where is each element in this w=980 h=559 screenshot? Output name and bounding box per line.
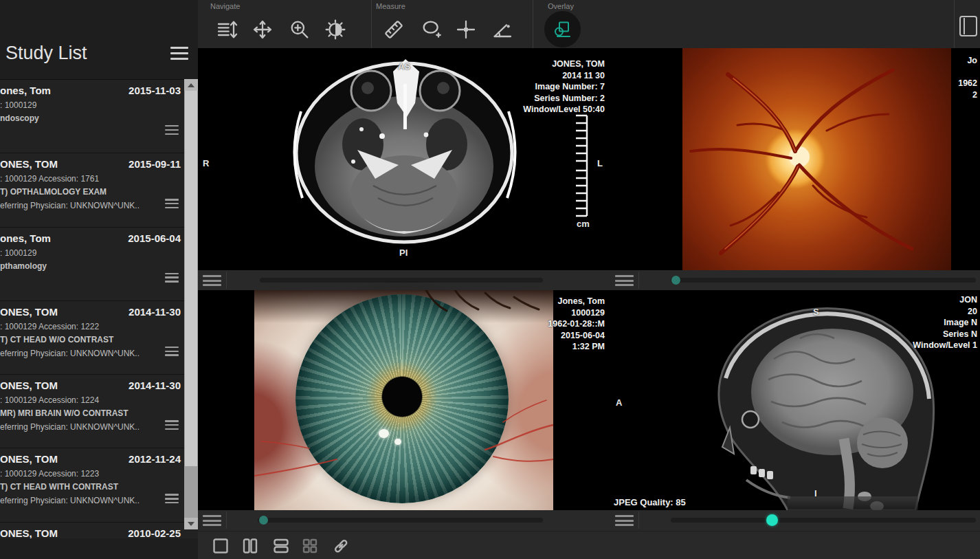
stack-scrollbar-ct[interactable]: [260, 278, 543, 283]
slider-thumb[interactable]: [259, 516, 268, 525]
patient-id: : 1000129: [0, 248, 36, 258]
patient-id: : 1000129 Accession: 1224: [0, 395, 99, 405]
scroll-down-icon[interactable]: [184, 518, 198, 529]
patient-name: ONES, TOM: [0, 527, 58, 538]
study-row[interactable]: ONES, TOM 2014-11-30 : 1000129 Accession…: [0, 301, 198, 375]
patient-name: ONES, TOM: [0, 453, 58, 465]
study-list-scrollbar[interactable]: [184, 79, 198, 529]
study-row[interactable]: ONES, TOM 2010-02-25: [0, 523, 198, 538]
layout-2x1-icon[interactable]: [273, 538, 289, 554]
study-row[interactable]: ONES, TOM 2012-11-24 : 1000129 Accession…: [0, 448, 198, 522]
study-list-title: Study List: [5, 43, 87, 64]
study-description: ndoscopy: [0, 113, 39, 123]
overlay-section-label: Overlay: [548, 2, 574, 10]
layout-2x2-icon[interactable]: [302, 538, 318, 554]
patient-id: : 1000129 Accession: 1761: [0, 174, 99, 184]
link-viewports-icon[interactable]: [333, 538, 349, 554]
study-row[interactable]: ONES, TOM 2015-09-11 : 1000129 Accession…: [0, 153, 198, 227]
study-row[interactable]: ONES, TOM 2014-11-30 : 1000129 Accession…: [0, 375, 198, 448]
viewport-menu-icon[interactable]: [615, 275, 634, 286]
study-date: 2015-09-11: [129, 158, 181, 170]
zoom-icon[interactable]: [289, 19, 311, 41]
study-list-header: Study List: [0, 40, 198, 73]
study-menu-icon[interactable]: [165, 494, 179, 503]
study-row[interactable]: ones, Tom 2015-06-04 : 1000129 pthamolog…: [0, 228, 198, 301]
patient-id: : 1000129 Accession: 1222: [0, 322, 99, 331]
referring-physician: eferring Physician: UNKNOWN^UNK..: [0, 349, 140, 358]
viewport-menu-icon[interactable]: [203, 275, 221, 286]
stack-scrollbar-fundus[interactable]: [671, 278, 976, 283]
study-list: ones, Tom 2015-11-03 : 1000129 ndoscopy …: [0, 79, 198, 538]
scroll-stack-icon[interactable]: [216, 19, 238, 41]
length-ruler-icon[interactable]: [383, 19, 405, 41]
orientation-marker-as: AS: [398, 61, 410, 72]
viewport-ct-axial[interactable]: JONES, TOM 2014 11 30 Image Number: 7 Se…: [198, 48, 609, 270]
pan-icon[interactable]: [252, 19, 274, 41]
orientation-marker-pi: PI: [399, 248, 408, 258]
stack-scrollbar-eye[interactable]: [258, 518, 543, 523]
study-menu-icon[interactable]: [165, 420, 179, 430]
orientation-marker-inferior: I: [814, 488, 817, 498]
orientation-marker-anterior: A: [616, 397, 622, 408]
study-menu-icon[interactable]: [165, 273, 179, 283]
study-menu-icon[interactable]: [165, 347, 179, 356]
ct-overlay-text: JONES, TOM 2014 11 30 Image Number: 7 Se…: [523, 58, 605, 116]
viewport-control-row-bottom: [198, 510, 980, 531]
patient-id: : 1000129: [0, 100, 36, 110]
viewport-control-row-top: [198, 270, 980, 290]
orientation-marker-right: R: [203, 158, 209, 168]
study-description: MR) MRI BRAIN W/O CONTRAST: [0, 408, 129, 418]
study-date: 2012-11-24: [129, 453, 181, 465]
study-menu-icon[interactable]: [165, 199, 179, 208]
patient-name: ones, Tom: [0, 85, 51, 96]
study-description: T) CT HEAD WITH CONTRAST: [0, 482, 118, 492]
mri-overlay-text: JON 20 Image N Series N Window/Level 1: [913, 294, 977, 351]
study-date: 2014-11-30: [129, 306, 181, 318]
study-date: 2010-02-25: [128, 527, 181, 538]
slider-thumb[interactable]: [766, 514, 778, 526]
viewport-menu-icon[interactable]: [203, 515, 221, 526]
study-list-menu-icon[interactable]: [170, 47, 188, 60]
stack-scrollbar-mri[interactable]: [671, 518, 976, 523]
viewport-menu-icon[interactable]: [615, 515, 634, 526]
scroll-up-icon[interactable]: [184, 79, 198, 91]
referring-physician: eferring Physician: UNKNOWN^UNK..: [0, 496, 140, 505]
probe-icon[interactable]: [455, 19, 477, 41]
overlay-toggle-button[interactable]: [544, 11, 581, 47]
patient-name: ONES, TOM: [0, 380, 58, 391]
jpeg-quality-label: JPEG Quality: 85: [614, 497, 686, 507]
orientation-marker-superior: S: [813, 307, 819, 317]
ellipse-roi-icon[interactable]: [421, 19, 443, 41]
window-level-icon[interactable]: [324, 19, 346, 41]
study-description: T) CT HEAD W/O CONTRAST: [0, 335, 113, 344]
main-toolbar: Navigate Measure Overlay: [198, 0, 980, 48]
study-description: T) OPTHALMOLOGY EXAM: [0, 187, 107, 197]
fundus-image: [682, 48, 951, 270]
fundus-overlay-text: Jo 1962 2: [958, 55, 977, 100]
study-date: 2015-06-04: [128, 232, 181, 244]
slider-thumb[interactable]: [671, 276, 680, 285]
study-list-panel: Study List ones, Tom 2015-11-03 : 100012…: [0, 0, 198, 559]
study-description: pthamology: [0, 261, 47, 271]
patient-id: : 1000129 Accession: 1223: [0, 469, 99, 479]
study-row[interactable]: ones, Tom 2015-11-03 : 1000129 ndoscopy: [0, 80, 198, 153]
viewport-mri-sagittal[interactable]: JON 20 Image N Series N Window/Level 1 S…: [609, 290, 980, 510]
patient-name: ONES, TOM: [0, 158, 58, 170]
measure-section-label: Measure: [376, 2, 405, 10]
patient-name: ONES, TOM: [0, 306, 58, 318]
study-menu-icon[interactable]: [165, 125, 179, 135]
report-icon[interactable]: [958, 15, 980, 39]
layout-toolbar: [198, 531, 980, 559]
eye-image: [254, 290, 553, 510]
referring-physician: eferring Physician: UNKNOWN^UNK..: [0, 201, 140, 210]
scrollbar-thumb[interactable]: [185, 91, 197, 466]
orientation-marker-left: L: [597, 158, 603, 168]
layout-1x1-icon[interactable]: [212, 538, 229, 554]
navigate-section-label: Navigate: [210, 2, 240, 10]
layout-1x2-icon[interactable]: [242, 538, 258, 554]
angle-icon[interactable]: [491, 19, 513, 41]
eye-overlay-text: Jones, Tom 1000129 1962-01-28::M 2015-06…: [548, 296, 605, 353]
study-date: 2014-11-30: [129, 380, 181, 391]
referring-physician: eferring Physician: UNKNOWN^UNK..: [0, 422, 140, 432]
ruler-unit-label: cm: [577, 219, 590, 229]
